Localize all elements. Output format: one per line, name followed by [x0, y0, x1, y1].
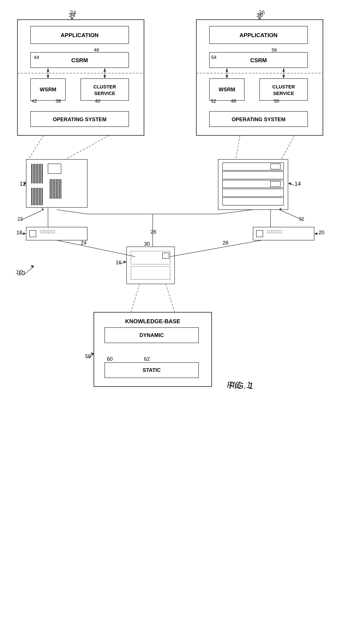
svg-marker-151: [91, 352, 94, 355]
svg-rect-112: [267, 230, 270, 233]
svg-text:46: 46: [94, 47, 99, 53]
svg-line-135: [57, 210, 87, 214]
svg-marker-36: [282, 75, 285, 78]
svg-rect-27: [260, 78, 308, 100]
svg-marker-15: [47, 75, 49, 78]
svg-text:CSRM: CSRM: [71, 57, 88, 64]
svg-line-105: [20, 234, 26, 234]
svg-line-96: [236, 136, 240, 160]
svg-rect-100: [40, 230, 43, 233]
svg-text:38: 38: [56, 98, 61, 104]
svg-text:24: 24: [81, 240, 87, 246]
svg-rect-113: [271, 230, 274, 233]
svg-rect-103: [52, 230, 55, 233]
svg-marker-33: [226, 75, 228, 78]
svg-rect-22: [209, 52, 308, 68]
svg-text:OPERATING SYSTEM: OPERATING SYSTEM: [232, 116, 285, 122]
svg-rect-127: [163, 253, 169, 258]
svg-text:WSRM: WSRM: [219, 86, 235, 92]
svg-text:20: 20: [319, 230, 325, 236]
svg-marker-156: [31, 265, 34, 268]
svg-text:28: 28: [223, 240, 228, 246]
svg-line-155: [24, 266, 34, 275]
svg-text:12: 12: [20, 180, 26, 187]
diagram: APPLICATION CSRM WSRM CLUSTER SERVICE OP…: [0, 0, 341, 644]
svg-rect-99: [29, 230, 36, 237]
fig-label: FIG. 1: [227, 380, 251, 390]
svg-marker-53: [258, 18, 261, 20]
svg-rect-81: [223, 163, 284, 170]
svg-rect-143: [94, 312, 212, 386]
svg-text:52: 52: [211, 98, 216, 104]
svg-line-136: [218, 210, 253, 214]
svg-text:50: 50: [274, 98, 279, 104]
svg-rect-101: [44, 230, 47, 233]
svg-text:56: 56: [272, 47, 277, 53]
svg-text:54: 54: [211, 54, 216, 60]
svg-rect-84: [223, 189, 284, 196]
svg-rect-1: [196, 20, 323, 136]
svg-text:DYNAMIC: DYNAMIC: [139, 332, 164, 338]
svg-marker-106: [23, 232, 26, 235]
svg-line-150: [89, 354, 94, 358]
svg-text:WSRM: WSRM: [40, 86, 56, 92]
svg-marker-109: [41, 208, 44, 210]
svg-text:CLUSTER: CLUSTER: [272, 84, 295, 90]
svg-line-139: [170, 240, 262, 256]
node1-label: 34: [70, 9, 76, 16]
svg-rect-54: [26, 160, 87, 208]
svg-rect-2: [30, 26, 129, 44]
svg-line-141: [131, 284, 140, 312]
svg-rect-9: [81, 78, 129, 100]
svg-rect-4: [30, 52, 129, 68]
svg-marker-16: [47, 68, 49, 72]
svg-rect-87: [271, 181, 280, 187]
svg-text:48: 48: [231, 98, 236, 104]
svg-rect-83: [223, 180, 284, 188]
svg-text:44: 44: [34, 54, 39, 60]
svg-marker-90: [23, 182, 27, 185]
svg-rect-110: [253, 227, 314, 240]
svg-marker-50: [71, 18, 73, 20]
svg-line-92: [289, 184, 294, 185]
diagram-svg: APPLICATION CSRM WSRM CLUSTER SERVICE OP…: [0, 0, 341, 644]
svg-line-129: [120, 262, 126, 264]
svg-line-137: [57, 240, 135, 256]
svg-rect-85: [223, 198, 284, 205]
svg-rect-114: [275, 230, 278, 233]
svg-line-89: [23, 184, 26, 185]
system-label: 10: [16, 268, 22, 276]
svg-marker-18: [103, 75, 106, 78]
svg-rect-30: [209, 111, 308, 127]
svg-rect-20: [209, 26, 308, 44]
svg-line-94: [28, 136, 44, 160]
svg-text:58: 58: [85, 353, 91, 359]
svg-text:APPLICATION: APPLICATION: [240, 32, 278, 38]
svg-marker-130: [123, 260, 127, 263]
svg-rect-12: [30, 111, 129, 127]
svg-marker-121: [279, 208, 282, 210]
svg-line-142: [166, 284, 175, 312]
svg-rect-124: [127, 247, 175, 284]
svg-text:APPLICATION: APPLICATION: [61, 32, 99, 38]
svg-rect-102: [48, 230, 51, 233]
svg-text:40: 40: [95, 98, 100, 104]
node2-label: 36: [259, 9, 265, 16]
svg-rect-63: [48, 164, 61, 174]
svg-line-108: [21, 210, 44, 220]
svg-text:SERVICE: SERVICE: [273, 91, 294, 96]
svg-text:KNOWLEDGE-BASE: KNOWLEDGE-BASE: [125, 318, 180, 324]
svg-marker-37: [282, 68, 285, 72]
svg-text:16: 16: [116, 260, 121, 265]
svg-text:32: 32: [299, 216, 304, 222]
svg-line-120: [279, 210, 303, 220]
svg-line-95: [65, 136, 109, 160]
svg-text:CLUSTER: CLUSTER: [93, 84, 116, 90]
svg-text:CSRM: CSRM: [250, 57, 267, 64]
svg-text:OPERATING SYSTEM: OPERATING SYSTEM: [53, 116, 106, 122]
svg-marker-118: [314, 232, 317, 235]
svg-rect-98: [26, 227, 87, 240]
svg-marker-93: [288, 182, 291, 185]
svg-rect-111: [256, 230, 263, 237]
svg-rect-147: [105, 362, 199, 378]
